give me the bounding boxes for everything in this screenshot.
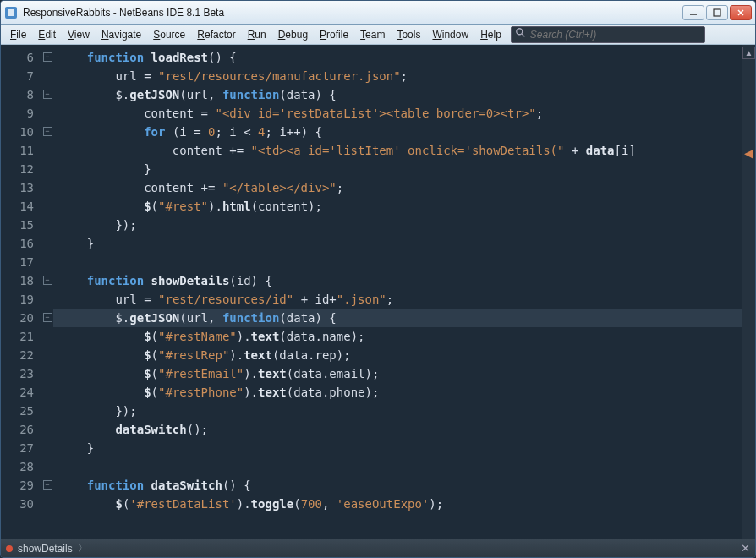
maximize-button[interactable]	[706, 5, 728, 20]
menu-tools[interactable]: Tools	[391, 26, 426, 43]
menu-run[interactable]: Run	[242, 26, 272, 43]
menu-source[interactable]: Source	[147, 26, 191, 43]
menu-file[interactable]: File	[4, 26, 32, 43]
code-line[interactable]: }	[53, 234, 742, 253]
code-line[interactable]: function loadRest() {	[53, 48, 742, 67]
fold-toggle-icon[interactable]: −	[43, 313, 52, 322]
svg-line-7	[522, 34, 525, 37]
code-line[interactable]: url = "rest/resources/id" + id+".json";	[53, 290, 742, 309]
menu-window[interactable]: Window	[426, 26, 474, 43]
code-line[interactable]: }	[53, 439, 742, 457]
statusbar: showDetails 〉 ✕	[1, 539, 755, 557]
menu-view[interactable]: View	[62, 26, 96, 43]
code-line[interactable]	[53, 457, 742, 476]
menubar: FileEditViewNavigateSourceRefactorRunDeb…	[1, 25, 755, 45]
menu-profile[interactable]: Profile	[314, 26, 354, 43]
code-line[interactable]: $("#rest").html(content);	[53, 197, 742, 216]
menu-team[interactable]: Team	[354, 26, 391, 43]
statusbar-close-icon[interactable]: ✕	[741, 542, 750, 555]
code-line[interactable]: content += "</table></div>";	[53, 178, 742, 197]
code-line[interactable]: content += "<td><a id='listItem' onclick…	[53, 141, 742, 160]
code-line[interactable]: $("#restName").text(data.name);	[53, 327, 742, 346]
code-line[interactable]: content = "<div id='restDataList'><table…	[53, 104, 742, 123]
code-line[interactable]: $.getJSON(url, function(data) {	[53, 309, 742, 327]
code-line[interactable]	[53, 253, 742, 271]
code-line[interactable]: function dataSwitch() {	[53, 476, 742, 495]
code-line[interactable]: $.getJSON(url, function(data) {	[53, 85, 742, 104]
code-line[interactable]: $("#restEmail").text(data.email);	[53, 364, 742, 383]
fold-toggle-icon[interactable]: −	[43, 127, 52, 136]
error-stripe: ▲ ◀	[742, 45, 755, 539]
status-dot-icon	[6, 545, 13, 552]
menu-help[interactable]: Help	[474, 26, 507, 43]
line-number-gutter: 6789101112131415161718192021222324252627…	[1, 45, 41, 539]
svg-point-6	[517, 29, 523, 35]
scroll-up-icon[interactable]: ▲	[742, 46, 755, 59]
search-input[interactable]	[530, 29, 701, 41]
titlebar: ResponsiveRabbits - NetBeans IDE 8.1 Bet…	[1, 1, 755, 25]
menu-navigate[interactable]: Navigate	[96, 26, 147, 43]
navigation-context[interactable]: showDetails	[18, 543, 73, 555]
fold-toggle-icon[interactable]: −	[43, 90, 52, 99]
quick-search[interactable]	[511, 26, 705, 43]
code-line[interactable]: url = "rest/resources/manufacturer.json"…	[53, 67, 742, 85]
code-line[interactable]: $("#restPhone").text(data.phone);	[53, 383, 742, 402]
svg-rect-1	[8, 9, 14, 16]
fold-column: −−−−−−	[41, 45, 53, 539]
menu-debug[interactable]: Debug	[272, 26, 314, 43]
svg-rect-3	[714, 9, 720, 16]
fold-toggle-icon[interactable]: −	[43, 52, 52, 62]
code-line[interactable]: dataSwitch();	[53, 420, 742, 439]
close-button[interactable]	[730, 5, 752, 20]
menu-edit[interactable]: Edit	[32, 26, 62, 43]
code-line[interactable]: }	[53, 160, 742, 178]
code-line[interactable]: });	[53, 216, 742, 234]
window-title: ResponsiveRabbits - NetBeans IDE 8.1 Bet…	[23, 7, 682, 19]
fold-toggle-icon[interactable]: −	[43, 480, 52, 490]
breakpoint-marker-icon[interactable]: ◀	[744, 146, 753, 160]
code-area[interactable]: function loadRest() { url = "rest/resour…	[53, 45, 742, 539]
fold-toggle-icon[interactable]: −	[43, 276, 52, 285]
code-line[interactable]: });	[53, 402, 742, 420]
code-line[interactable]: $('#restDataList').toggle(700, 'easeOutE…	[53, 495, 742, 513]
search-icon	[515, 27, 527, 41]
code-line[interactable]: for (i = 0; i < 4; i++) {	[53, 123, 742, 141]
app-icon	[4, 6, 18, 19]
minimize-button[interactable]	[682, 5, 704, 20]
code-line[interactable]: $("#restRep").text(data.rep);	[53, 346, 742, 364]
menu-refactor[interactable]: Refactor	[191, 26, 241, 43]
code-line[interactable]: function showDetails(id) {	[53, 271, 742, 290]
editor[interactable]: 6789101112131415161718192021222324252627…	[1, 45, 755, 539]
chevron-right-icon[interactable]: 〉	[78, 541, 88, 555]
